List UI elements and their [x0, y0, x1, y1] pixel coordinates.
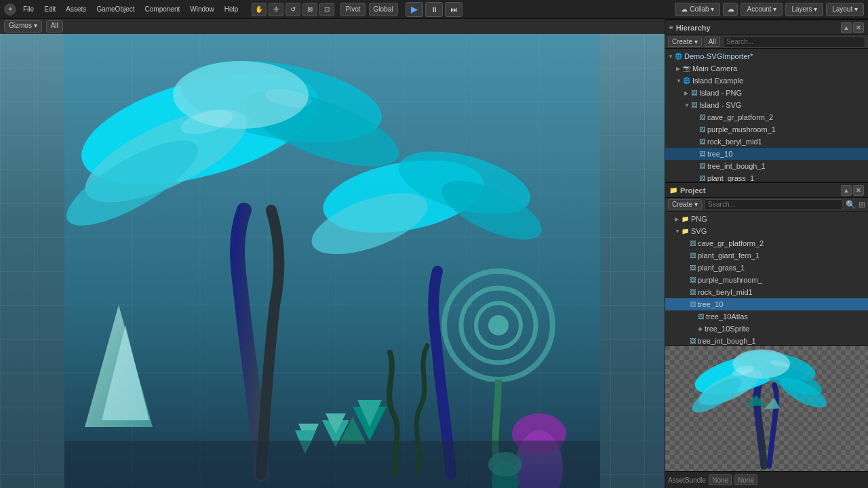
project-item[interactable]: 🖼 cave_gr_platform_2 [665, 237, 868, 249]
hierarchy-title: Hierarchy [676, 24, 711, 32]
project-sort-icon[interactable]: ⊞ [859, 200, 865, 209]
hierarchy-item[interactable]: ▶ 📷 Main Camera [665, 62, 868, 75]
project-item[interactable]: 🖼 plant_giant_fern_1 [665, 249, 868, 262]
gizmos-button[interactable]: Gizmos ▾ [4, 20, 42, 33]
project-item[interactable]: ◈ tree_10Sprite [665, 323, 868, 335]
hierarchy-maximize-btn[interactable]: ▲ [841, 22, 852, 33]
hierarchy-item[interactable]: ▼ 🌐 Demo-SVGImporter* [665, 50, 868, 62]
hierarchy-item[interactable]: 🖼 tree_int_bough_1 [665, 160, 868, 172]
svg-marker-51 [746, 395, 767, 405]
project-item[interactable]: ▼ 📁 SVG [665, 225, 868, 237]
layout-button[interactable]: Layout ▾ [826, 3, 864, 16]
project-tree: ▶ 📁 PNG ▼ 📁 SVG 🖼 cave_gr_platform_2 🖼 p… [665, 211, 868, 345]
project-title: Project [680, 186, 705, 195]
hierarchy-icon: ≡ [669, 24, 673, 31]
play-button[interactable]: ▶ [406, 2, 423, 17]
pause-button[interactable]: ⏸ [425, 2, 443, 17]
project-item[interactable]: 🖼 plant_grass_1 [665, 262, 868, 274]
unity-logo: ✦ [4, 3, 16, 16]
file-menu[interactable]: File [20, 4, 37, 14]
rect-tool[interactable]: ⊡ [319, 3, 334, 16]
project-item[interactable]: 🖼 purple_mushroom_ [665, 274, 868, 286]
svg-point-29 [488, 315, 509, 336]
project-item[interactable]: 🖼 rock_beryl_mid1 [665, 286, 868, 298]
hierarchy-close-btn[interactable]: ✕ [853, 22, 864, 33]
help-menu[interactable]: Help [221, 4, 242, 14]
account-button[interactable]: Account ▾ [741, 3, 783, 16]
svg-rect-41 [64, 441, 600, 488]
collab-icon: ☁ [681, 5, 688, 13]
project-create-btn[interactable]: Create ▾ [668, 199, 702, 209]
project-icon: 📁 [669, 186, 677, 194]
hierarchy-search-input[interactable] [723, 37, 865, 47]
hierarchy-item[interactable]: 🖼 plant_grass_1 [665, 172, 868, 182]
assetbundle-label: AssetBundle [668, 476, 706, 484]
hierarchy-tree: ▼ 🌐 Demo-SVGImporter* ▶ 📷 Main Camera ▼ … [665, 49, 868, 182]
scale-tool[interactable]: ⊠ [302, 3, 317, 16]
window-menu[interactable]: Window [186, 4, 218, 14]
layers-button[interactable]: Layers ▾ [785, 3, 823, 16]
pivot-label: Pivot [345, 5, 360, 13]
project-maximize-btn[interactable]: ▲ [841, 185, 852, 196]
rotate-tool[interactable]: ↺ [285, 3, 300, 16]
hierarchy-item[interactable]: 🖼 rock_beryl_mid1 [665, 136, 868, 148]
hierarchy-item[interactable]: 🖼 purple_mushroom_1 [665, 123, 868, 136]
project-item[interactable]: 🖼 tree_10 [665, 298, 868, 310]
component-menu[interactable]: Component [142, 4, 184, 14]
assetbundle-val2[interactable]: None [734, 474, 757, 485]
assets-menu[interactable]: Assets [62, 4, 90, 14]
cloud-button[interactable]: ☁ [723, 3, 738, 16]
move-tool[interactable]: ✛ [269, 3, 283, 16]
step-button[interactable]: ⏭ [445, 2, 462, 17]
project-search-input[interactable] [705, 199, 843, 210]
project-item[interactable]: ▶ 📁 PNG [665, 213, 868, 225]
global-label: Global [374, 5, 393, 13]
all-gizmos-button[interactable]: All [46, 20, 63, 33]
hierarchy-item[interactable]: ▼ 🖼 Island - SVG [665, 99, 868, 111]
collab-button[interactable]: ☁ Collab ▾ [675, 3, 720, 16]
gameobject-menu[interactable]: GameObject [93, 4, 138, 14]
assetbundle-val1[interactable]: None [709, 474, 732, 485]
project-item[interactable]: 🖼 tree_int_bough_1 [665, 335, 868, 345]
inspector-bottom-bar: AssetBundle None None [665, 471, 868, 488]
edit-menu[interactable]: Edit [41, 4, 59, 14]
hierarchy-item[interactable]: ▼ 🌐 Island Example [665, 75, 868, 87]
hierarchy-item[interactable]: 🖼 tree_10 [665, 148, 868, 160]
hierarchy-item[interactable]: ▶ 🖼 Island - PNG [665, 87, 868, 99]
hierarchy-item[interactable]: 🖼 cave_gr_platform_2 [665, 111, 868, 123]
project-item[interactable]: 🖼 tree_10Atlas [665, 310, 868, 323]
hier-create-btn[interactable]: Create ▾ [668, 37, 702, 47]
project-search-icon[interactable]: 🔍 [846, 200, 856, 209]
project-close-btn[interactable]: ✕ [853, 185, 864, 196]
hier-all-btn[interactable]: All [705, 37, 720, 47]
sprite-preview [665, 346, 868, 471]
hand-tool[interactable]: ✋ [252, 3, 267, 16]
